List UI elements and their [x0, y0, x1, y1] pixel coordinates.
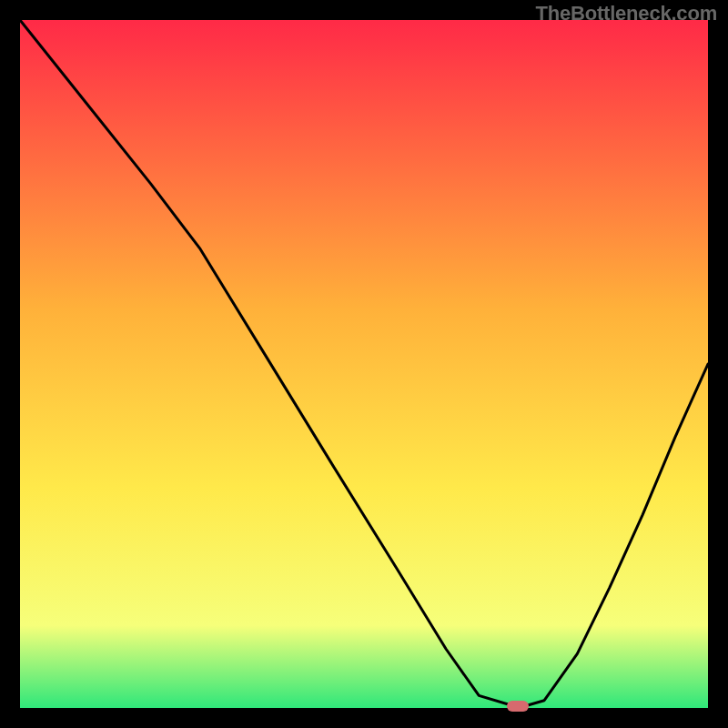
gradient-panel — [20, 20, 708, 708]
chart-svg — [20, 20, 708, 708]
frame: TheBottleneck.com — [0, 0, 728, 728]
optimal-marker — [507, 701, 529, 712]
watermark-label: TheBottleneck.com — [535, 2, 717, 25]
chart-area — [20, 20, 708, 708]
